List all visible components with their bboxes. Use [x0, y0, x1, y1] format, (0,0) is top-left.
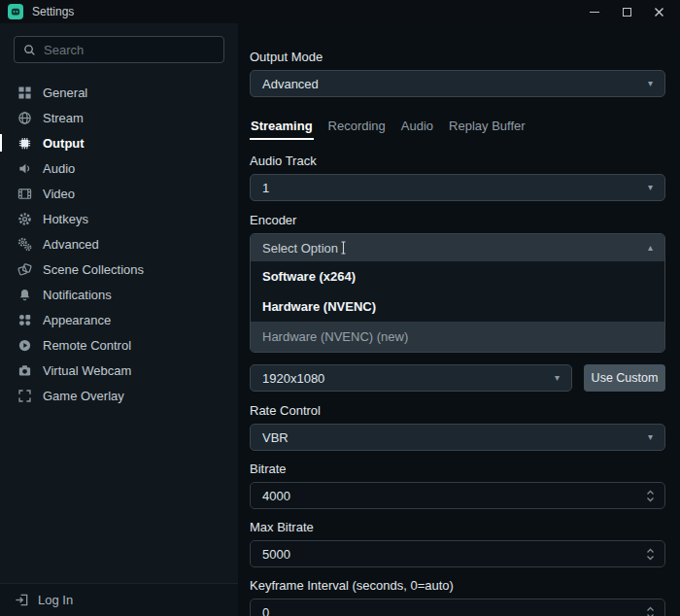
- keyframe-interval-input-wrap: [250, 599, 665, 616]
- resolution-select[interactable]: 1920x1080 ▾: [250, 364, 572, 392]
- rate-control-field: Rate Control VBR ▾: [250, 403, 665, 451]
- encoder-field: Encoder Select Option ▴ Software (x264): [250, 213, 665, 353]
- bitrate-input-wrap: [250, 482, 665, 509]
- rate-control-select[interactable]: VBR ▾: [250, 424, 665, 451]
- max-bitrate-input-wrap: [250, 540, 665, 567]
- grid-icon: [17, 85, 32, 100]
- sidebar-item-label: Advanced: [43, 237, 99, 252]
- encoder-option-software-x264[interactable]: Software (x264): [251, 261, 664, 291]
- shapes-icon: [17, 312, 32, 327]
- film-icon: [17, 186, 32, 201]
- sidebar-item-label: Appearance: [43, 313, 111, 327]
- encoder-option-hardware-nvenc[interactable]: Hardware (NVENC): [251, 291, 664, 322]
- scenes-icon: [17, 261, 32, 277]
- rate-control-label: Rate Control: [250, 403, 665, 418]
- chip-icon: [17, 135, 32, 151]
- sidebar-item-hotkeys[interactable]: Hotkeys: [0, 206, 238, 231]
- streamlabs-logo-icon: [8, 4, 23, 19]
- gear-icon: [17, 211, 32, 226]
- sidebar-item-stream[interactable]: Stream: [0, 105, 238, 130]
- sidebar-item-label: Scene Collections: [43, 262, 144, 277]
- rate-control-value: VBR: [262, 430, 289, 445]
- settings-window: Settings General Stream: [0, 0, 680, 616]
- chevron-down-icon: ▾: [648, 183, 653, 192]
- output-mode-select[interactable]: Advanced ▾: [250, 70, 665, 97]
- sidebar-item-label: Game Overlay: [43, 389, 124, 403]
- titlebar: Settings: [0, 0, 680, 23]
- output-settings-panel: Output Mode Advanced ▾ Streaming Recordi…: [238, 23, 680, 616]
- sidebar-item-label: Output: [43, 136, 85, 151]
- sidebar-item-game-overlay[interactable]: Game Overlay: [0, 383, 238, 408]
- resolution-value: 1920x1080: [262, 371, 324, 386]
- maximize-icon[interactable]: [621, 6, 632, 17]
- spinner-icon[interactable]: [646, 605, 655, 616]
- encoder-combobox: Select Option ▴ Software (x264) Hardware…: [250, 233, 665, 353]
- bell-icon: [17, 287, 32, 302]
- output-mode-label: Output Mode: [250, 50, 665, 64]
- sidebar-item-general[interactable]: General: [0, 80, 238, 105]
- close-icon[interactable]: [653, 6, 664, 17]
- audio-track-label: Audio Track: [250, 154, 665, 168]
- max-bitrate-input[interactable]: [262, 547, 646, 562]
- sidebar-item-label: Remote Control: [43, 338, 131, 353]
- sidebar-item-advanced[interactable]: Advanced: [0, 231, 238, 257]
- encoder-select[interactable]: Select Option ▴: [251, 234, 664, 261]
- sidebar-nav: General Stream Output Audio Video: [0, 72, 238, 583]
- tab-replay-buffer[interactable]: Replay Buffer: [448, 119, 527, 140]
- audio-track-value: 1: [262, 181, 269, 195]
- search-icon: [23, 44, 36, 56]
- sidebar-item-remote-control[interactable]: Remote Control: [0, 332, 238, 358]
- sidebar-item-label: Video: [43, 187, 75, 201]
- app-body: General Stream Output Audio Video: [0, 23, 680, 616]
- sidebar-item-label: Hotkeys: [43, 212, 88, 226]
- keyframe-interval-field: Keyframe Interval (seconds, 0=auto): [250, 578, 665, 616]
- tab-audio[interactable]: Audio: [400, 119, 434, 140]
- text-cursor-icon: [339, 241, 348, 257]
- window-title: Settings: [32, 5, 74, 18]
- spinner-icon[interactable]: [646, 489, 655, 503]
- encoder-label: Encoder: [250, 213, 665, 227]
- bitrate-input[interactable]: [262, 489, 646, 503]
- minimize-icon[interactable]: [589, 6, 600, 17]
- login-label: Log In: [38, 593, 73, 607]
- resolution-row: 1920x1080 ▾ Use Custom: [250, 364, 665, 392]
- chevron-up-icon: ▴: [648, 243, 653, 253]
- sidebar-item-label: Stream: [43, 111, 84, 125]
- max-bitrate-field: Max Bitrate: [250, 520, 665, 567]
- camera-icon: [17, 362, 32, 378]
- encoder-option-hardware-nvenc-new[interactable]: Hardware (NVENC) (new): [251, 322, 664, 352]
- sidebar: General Stream Output Audio Video: [0, 23, 238, 616]
- sidebar-item-output[interactable]: Output: [0, 130, 238, 155]
- sidebar-item-label: Audio: [43, 161, 75, 176]
- sidebar-item-notifications[interactable]: Notifications: [0, 282, 238, 307]
- sidebar-item-label: Notifications: [43, 288, 112, 302]
- keyframe-interval-label: Keyframe Interval (seconds, 0=auto): [250, 578, 665, 593]
- search-input[interactable]: [44, 43, 215, 57]
- sidebar-item-scene-collections[interactable]: Scene Collections: [0, 257, 238, 282]
- gears-icon: [17, 236, 32, 252]
- sidebar-item-virtual-webcam[interactable]: Virtual Webcam: [0, 358, 238, 383]
- spinner-icon[interactable]: [646, 547, 655, 562]
- bitrate-field: Bitrate: [250, 462, 665, 509]
- output-mode-field: Output Mode Advanced ▾: [250, 50, 665, 97]
- audio-track-select[interactable]: 1 ▾: [250, 174, 665, 201]
- encoder-value: Select Option: [262, 241, 338, 256]
- sidebar-item-video[interactable]: Video: [0, 181, 238, 206]
- login-button[interactable]: Log In: [0, 583, 238, 616]
- login-icon: [15, 593, 29, 607]
- expand-icon: [17, 388, 32, 403]
- chevron-down-icon: ▾: [648, 79, 653, 88]
- chevron-down-icon: ▾: [648, 432, 653, 442]
- bitrate-label: Bitrate: [250, 462, 665, 476]
- sidebar-item-label: General: [43, 86, 87, 100]
- keyframe-interval-input[interactable]: [262, 605, 646, 616]
- sidebar-item-appearance[interactable]: Appearance: [0, 307, 238, 332]
- tab-recording[interactable]: Recording: [327, 119, 387, 140]
- use-custom-button[interactable]: Use Custom: [584, 364, 665, 392]
- speaker-icon: [17, 160, 32, 176]
- sidebar-item-audio[interactable]: Audio: [0, 155, 238, 181]
- tab-streaming[interactable]: Streaming: [250, 119, 314, 140]
- window-controls: [589, 6, 672, 17]
- max-bitrate-label: Max Bitrate: [250, 520, 665, 534]
- sidebar-item-label: Virtual Webcam: [43, 363, 131, 378]
